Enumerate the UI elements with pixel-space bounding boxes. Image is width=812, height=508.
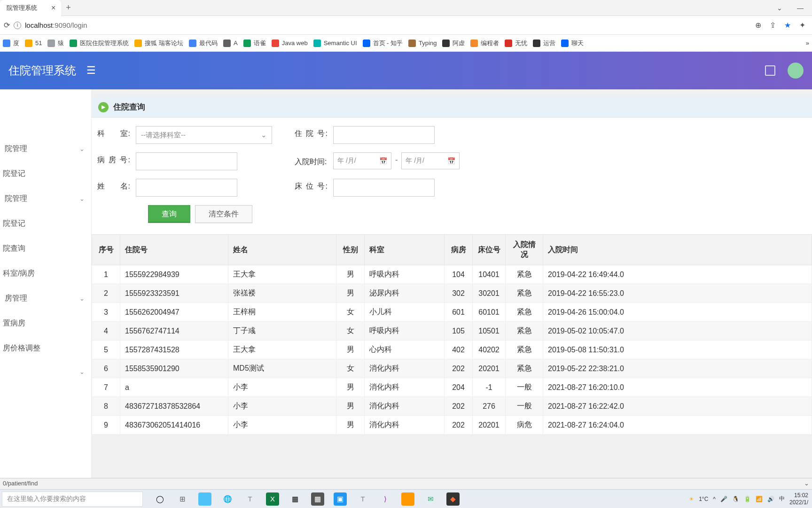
date-to-input[interactable]: 年 /月/ 📅: [401, 152, 460, 169]
sidebar-item[interactable]: 院登记: [0, 161, 91, 186]
chevron-down-icon[interactable]: ⌄: [804, 480, 809, 487]
table-row[interactable]: 51557287431528王大拿男心内科40240202紧急2019-05-0…: [92, 341, 812, 359]
table-row[interactable]: 61558535901290MD5测试女消化内科20220201紧急2019-0…: [92, 359, 812, 378]
battery-icon[interactable]: 🔋: [744, 496, 751, 502]
window-dropdown-icon[interactable]: ⌄: [773, 4, 787, 12]
bed-no-input[interactable]: [333, 179, 435, 197]
sidebar-item[interactable]: 置病房: [0, 311, 91, 336]
bookmark-item[interactable]: 阿虚: [442, 39, 465, 48]
app-icon[interactable]: ▣: [334, 492, 347, 506]
bookmark-item[interactable]: Typing: [408, 40, 437, 47]
app-icon[interactable]: ▦: [289, 492, 302, 506]
name-input[interactable]: [136, 179, 237, 197]
bookmark-item[interactable]: 搜狐 瑞客论坛: [134, 39, 183, 48]
table-cell: 2019-04-22 16:55:23.0: [543, 284, 812, 303]
sidebar-item[interactable]: 院管理⌄: [0, 136, 91, 161]
ime-indicator[interactable]: 中: [779, 495, 785, 503]
sidebar-item[interactable]: ⌄: [0, 361, 91, 383]
intellij-icon[interactable]: ◆: [446, 492, 460, 506]
table-row[interactable]: 9483673062051414016小李男消化内科20220201病危2021…: [92, 416, 812, 435]
app-icon[interactable]: T: [356, 492, 369, 506]
admission-no-input[interactable]: [333, 126, 435, 144]
avatar[interactable]: [788, 63, 804, 79]
table-row[interactable]: 8483672718378532864小李男消化内科202276一般2021-0…: [92, 397, 812, 416]
table-cell: 483673062051414016: [120, 416, 228, 435]
table-row[interactable]: 7a小李男消化内科204-1一般2021-08-27 16:20:10.0: [92, 378, 812, 397]
ward-no-input[interactable]: [136, 152, 237, 170]
bookmark-item[interactable]: A: [223, 40, 238, 47]
bookmark-item[interactable]: 语雀: [243, 39, 266, 48]
bookmark-item[interactable]: 无忧: [505, 39, 527, 48]
url-field[interactable]: i localhost:9090/login: [14, 21, 751, 29]
sidebar-item[interactable]: 房价格调整: [0, 336, 91, 361]
browser-tab[interactable]: 院管理系统 ×: [0, 0, 61, 16]
bookmark-item[interactable]: 度: [3, 39, 19, 48]
table-cell: 5: [92, 341, 120, 359]
date-from-input[interactable]: 年 /月/ 📅: [333, 152, 391, 169]
bookmark-favicon: [470, 40, 478, 47]
site-info-icon[interactable]: i: [14, 22, 21, 29]
table-cell: 104: [445, 265, 473, 284]
app-icon[interactable]: ⟩: [379, 492, 392, 506]
table-header: 病房: [445, 235, 473, 265]
bookmark-favicon: [189, 40, 196, 47]
bookmark-favicon: [442, 40, 450, 47]
table-row[interactable]: 11555922984939王大拿男呼吸内科10410401紧急2019-04-…: [92, 265, 812, 284]
bookmark-item[interactable]: Java web: [272, 40, 308, 47]
tray-icon[interactable]: 🐧: [732, 496, 739, 502]
table-row[interactable]: 21555923323591张禚褛男泌尿内科30230201紧急2019-04-…: [92, 284, 812, 303]
taskbar-search[interactable]: 在这里输入你要搜索的内容: [2, 492, 143, 507]
sidebar-item[interactable]: 院登记: [0, 211, 91, 236]
network-icon[interactable]: 📶: [756, 496, 763, 502]
app-icon[interactable]: [401, 492, 414, 506]
menu-toggle-icon[interactable]: ☰: [86, 64, 96, 77]
name-label: 姓 名:: [97, 179, 136, 191]
search-button[interactable]: 查询: [148, 205, 190, 223]
calculator-icon[interactable]: ▦: [311, 492, 324, 506]
dept-select[interactable]: --请选择科室-- ⌄: [136, 126, 272, 144]
bookmark-item[interactable]: 运营: [533, 39, 555, 48]
clock[interactable]: 15:02 2022/1/: [789, 492, 808, 506]
bookmark-item[interactable]: 医院住院管理系统: [70, 39, 129, 48]
bookmark-item[interactable]: 猿: [47, 39, 64, 48]
bookmark-favicon: [3, 40, 10, 47]
zoom-icon[interactable]: ⊕: [755, 21, 761, 30]
table-cell: 男: [336, 284, 365, 303]
explorer-icon[interactable]: [198, 492, 211, 506]
bookmark-item[interactable]: 聊天: [561, 39, 584, 48]
table-row[interactable]: 41556762747114丁子彧女呼吸内科10510501紧急2019-05-…: [92, 322, 812, 341]
reload-icon[interactable]: ⟳: [4, 21, 10, 30]
share-icon[interactable]: ⇪: [770, 21, 776, 30]
fullscreen-icon[interactable]: [765, 65, 775, 76]
new-tab-button[interactable]: +: [66, 3, 71, 13]
window-minimize-icon[interactable]: —: [793, 4, 807, 12]
table-cell: 女: [336, 303, 365, 322]
tray-icon[interactable]: 🎤: [720, 496, 727, 502]
chrome-icon[interactable]: 🌐: [221, 492, 234, 506]
wechat-icon[interactable]: ✉: [424, 492, 437, 506]
sidebar-item[interactable]: 院查询: [0, 236, 91, 261]
clear-button[interactable]: 清空条件: [195, 205, 252, 223]
task-view-icon[interactable]: ◯: [153, 492, 166, 506]
sidebar-item[interactable]: 房管理⌄: [0, 286, 91, 311]
bookmark-item[interactable]: 51: [25, 40, 42, 47]
tray-chevron-icon[interactable]: ^: [713, 496, 716, 502]
table-row[interactable]: 31556262004947王梓桐女小儿科60160101紧急2019-04-2…: [92, 303, 812, 322]
excel-icon[interactable]: X: [266, 492, 279, 506]
task-icon[interactable]: ⊞: [176, 492, 189, 506]
extensions-icon[interactable]: ✦: [799, 21, 805, 30]
bookmarks-overflow-icon[interactable]: »: [806, 40, 809, 47]
sidebar-item[interactable]: 院管理⌄: [0, 186, 91, 211]
volume-icon[interactable]: 🔊: [767, 496, 774, 502]
app-icon[interactable]: T: [243, 492, 257, 506]
table-cell: 紧急: [506, 359, 543, 378]
bookmark-star-icon[interactable]: ★: [784, 21, 791, 30]
weather-icon[interactable]: ☀: [689, 496, 694, 502]
close-icon[interactable]: ×: [51, 4, 55, 12]
bookmark-item[interactable]: Semantic UI: [313, 40, 357, 47]
table-cell: 2021-08-27 16:22:42.0: [543, 397, 812, 416]
bookmark-item[interactable]: 首页 - 知乎: [363, 39, 403, 48]
bookmark-item[interactable]: 最代码: [189, 39, 218, 48]
sidebar-item[interactable]: 科室/病房: [0, 261, 91, 286]
bookmark-item[interactable]: 编程者: [470, 39, 499, 48]
